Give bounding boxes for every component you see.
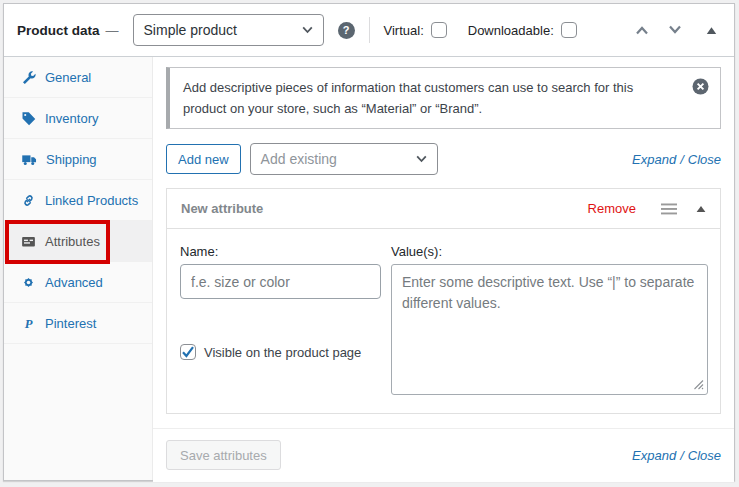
sidebar-item-label: Inventory (45, 111, 98, 126)
attribute-name-input[interactable] (180, 264, 381, 299)
attribute-name-column: Name: Visible on the product page (180, 244, 381, 395)
close-link[interactable]: Close (688, 152, 721, 167)
sidebar-item-pinterest[interactable]: P Pinterest (4, 303, 152, 344)
add-existing-select[interactable]: Add existing (250, 143, 438, 175)
attribute-fields: Name: Visible on the product page (167, 229, 720, 413)
sidebar-item-label: Advanced (45, 275, 103, 290)
product-data-metabox: Product data — Simple product ? Virtual:… (3, 3, 735, 481)
visible-checkbox-row: Visible on the product page (180, 344, 381, 360)
attributes-footer-toolbar: Save attributes Expand/Close (153, 428, 734, 482)
product-type-select[interactable]: Simple product (133, 14, 324, 46)
chevron-down-icon (302, 26, 313, 34)
expand-close-separator: / (680, 152, 684, 167)
attribute-values-textarea[interactable] (391, 264, 708, 395)
pinterest-icon: P (21, 316, 36, 331)
expand-link[interactable]: Expand (632, 448, 676, 463)
dismiss-notice-button[interactable] (692, 78, 709, 95)
attribute-toggle-button[interactable] (696, 205, 706, 213)
visible-checkbox-label: Visible on the product page (204, 345, 361, 360)
notice-text: Add descriptive pieces of information th… (183, 80, 633, 116)
move-down-button[interactable] (665, 22, 685, 38)
metabox-controls (632, 22, 719, 38)
attribute-title: New attribute (181, 201, 588, 216)
save-attributes-button[interactable]: Save attributes (166, 440, 281, 470)
expand-close-separator: / (680, 448, 684, 463)
sidebar-item-advanced[interactable]: Advanced (4, 262, 152, 303)
sidebar-item-label: Attributes (45, 234, 100, 249)
product-type-value: Simple product (144, 22, 237, 38)
close-link[interactable]: Close (688, 448, 721, 463)
attributes-panel: Add descriptive pieces of information th… (153, 57, 734, 480)
move-up-button[interactable] (632, 22, 652, 38)
sidebar-item-linked-products[interactable]: Linked Products (4, 180, 152, 221)
sidebar-item-attributes[interactable]: Attributes (4, 221, 152, 262)
sidebar-item-shipping[interactable]: Shipping (4, 139, 152, 180)
sidebar-item-label: Linked Products (45, 193, 138, 208)
name-label: Name: (180, 244, 381, 259)
visible-checkbox[interactable] (180, 344, 196, 360)
sidebar-item-label: Shipping (46, 152, 97, 167)
virtual-checkbox[interactable] (431, 22, 447, 38)
help-icon[interactable]: ? (338, 22, 355, 39)
attribute-values-column: Value(s): (391, 244, 708, 395)
product-data-page: Product data — Simple product ? Virtual:… (0, 0, 739, 487)
gear-icon (21, 275, 36, 290)
sidebar-item-general[interactable]: General (4, 57, 152, 98)
triangle-up-icon (706, 26, 717, 35)
link-icon (21, 193, 36, 208)
triangle-up-icon (696, 205, 706, 213)
header-divider (369, 17, 370, 43)
expand-close-links: Expand/Close (632, 448, 721, 463)
downloadable-checkbox[interactable] (561, 22, 577, 38)
metabox-body: General Inventory Shipping (4, 57, 734, 480)
new-attribute-box: New attribute Remove (166, 188, 721, 414)
virtual-label: Virtual: (384, 23, 424, 38)
truck-icon (21, 152, 37, 167)
downloadable-label: Downloadable: (468, 23, 554, 38)
product-data-tabs: General Inventory Shipping (4, 57, 153, 480)
drag-handle-icon[interactable] (661, 203, 677, 215)
dismiss-icon (692, 78, 709, 95)
index-card-icon (21, 234, 36, 249)
sidebar-item-label: General (45, 70, 91, 85)
panel-toggle-button[interactable] (704, 24, 719, 37)
chevron-down-icon (416, 155, 427, 163)
add-new-button[interactable]: Add new (166, 144, 241, 174)
sidebar-item-inventory[interactable]: Inventory (4, 98, 152, 139)
checkmark-icon (181, 346, 195, 358)
sidebar-item-label: Pinterest (45, 316, 96, 331)
attributes-help-notice: Add descriptive pieces of information th… (166, 67, 721, 129)
remove-attribute-link[interactable]: Remove (588, 201, 636, 216)
chevron-up-icon (634, 24, 650, 36)
metabox-header: Product data — Simple product ? Virtual:… (4, 4, 734, 57)
wrench-icon (21, 70, 36, 85)
attribute-header[interactable]: New attribute Remove (167, 189, 720, 229)
expand-close-links: Expand/Close (632, 152, 721, 167)
page-title: Product data (17, 23, 100, 38)
svg-text:P: P (25, 316, 33, 330)
attributes-toolbar: Add new Add existing Expand/Close (166, 143, 721, 175)
tag-icon (21, 111, 36, 126)
values-label: Value(s): (391, 244, 708, 259)
title-dash: — (106, 23, 119, 38)
add-existing-placeholder: Add existing (261, 151, 337, 167)
expand-link[interactable]: Expand (632, 152, 676, 167)
chevron-down-icon (667, 24, 683, 36)
